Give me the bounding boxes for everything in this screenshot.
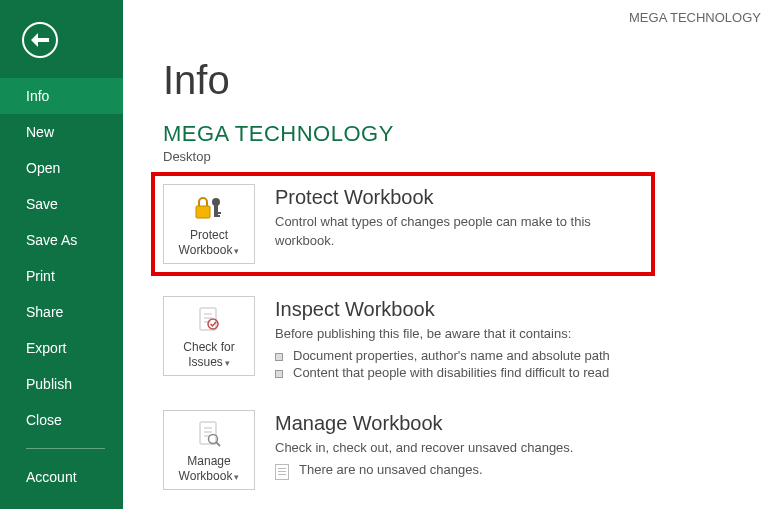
inspect-bullets: Document properties, author's name and a… [275,348,757,380]
sidebar-item-publish[interactable]: Publish [0,366,123,402]
sidebar-item-print[interactable]: Print [0,258,123,294]
highlight-protect-section: Protect Workbook Protect Workbook Contro… [151,172,655,276]
manage-heading: Manage Workbook [275,412,757,435]
manage-status-row: There are no unsaved changes. [275,462,757,480]
document-icon [275,464,289,480]
protect-workbook-tile[interactable]: Protect Workbook [163,184,255,264]
sidebar-item-account[interactable]: Account [0,459,123,495]
bullet-icon [275,353,283,361]
sidebar-list: Info New Open Save Save As Print Share E… [0,78,123,495]
check-issues-tile-label: Check for Issues [183,340,234,370]
sidebar-item-open[interactable]: Open [0,150,123,186]
inspect-bullet: Content that people with disabilities fi… [275,365,757,380]
inspect-bullet: Document properties, author's name and a… [275,348,757,363]
inspect-heading: Inspect Workbook [275,298,757,321]
protect-tile-label: Protect Workbook [179,228,240,258]
document-title: MEGA TECHNOLOGY [163,121,757,147]
sidebar-divider [26,448,105,449]
backstage-sidebar: Info New Open Save Save As Print Share E… [0,0,123,509]
protect-heading: Protect Workbook [275,186,643,209]
svg-line-9 [216,442,220,446]
manage-icon [196,418,222,450]
manage-status-list: There are no unsaved changes. [275,462,757,480]
inspect-desc: Before publishing this file, be aware th… [275,325,757,344]
manage-desc: Check in, check out, and recover unsaved… [275,439,757,458]
manage-tile-label: Manage Workbook [179,454,240,484]
inspect-bullet-text: Document properties, author's name and a… [293,348,610,363]
bullet-icon [275,370,283,378]
svg-rect-7 [200,422,216,444]
check-issues-tile[interactable]: Check for Issues [163,296,255,376]
document-location: Desktop [163,149,757,164]
manage-section: Manage Workbook Manage Workbook Check in… [163,410,757,490]
lock-key-icon [194,192,224,224]
back-button[interactable] [22,22,58,58]
svg-rect-4 [216,215,220,217]
svg-point-1 [212,198,220,206]
arrow-left-icon [31,33,49,47]
protect-section: Protect Workbook Protect Workbook Contro… [163,184,643,264]
page-title: Info [163,58,757,103]
inspect-icon [196,304,222,336]
sidebar-item-info[interactable]: Info [0,78,123,114]
svg-rect-3 [216,212,221,214]
sidebar-item-close[interactable]: Close [0,402,123,438]
sidebar-item-save[interactable]: Save [0,186,123,222]
manage-workbook-tile[interactable]: Manage Workbook [163,410,255,490]
sidebar-item-new[interactable]: New [0,114,123,150]
svg-rect-0 [196,206,210,218]
sidebar-item-save-as[interactable]: Save As [0,222,123,258]
protect-desc: Control what types of changes people can… [275,213,643,251]
inspect-section: Check for Issues Inspect Workbook Before… [163,296,757,382]
sidebar-item-share[interactable]: Share [0,294,123,330]
main-content: Info MEGA TECHNOLOGY Desktop Protect [163,58,757,509]
sidebar-item-export[interactable]: Export [0,330,123,366]
inspect-bullet-text: Content that people with disabilities fi… [293,365,609,380]
manage-status-text: There are no unsaved changes. [299,462,483,477]
window-title: MEGA TECHNOLOGY [629,10,761,25]
